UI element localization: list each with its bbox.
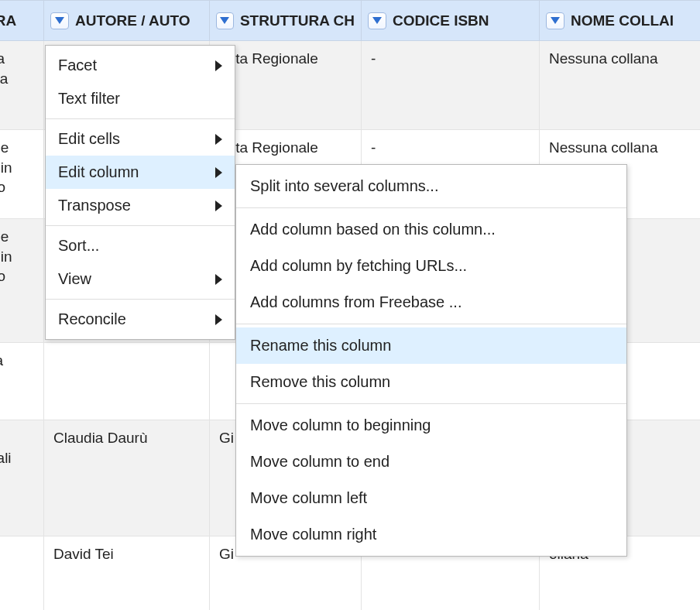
- col-header-autore: AUTORE / AUTO: [44, 1, 210, 41]
- menu-label: Move column right: [250, 526, 376, 543]
- menu-item-move-left[interactable]: Move column left: [236, 480, 626, 516]
- svg-marker-1: [220, 17, 229, 24]
- submenu-arrow-icon: [215, 167, 222, 178]
- col-header-struttura: STRUTTURA CH: [210, 1, 362, 41]
- chevron-down-icon: [55, 17, 64, 25]
- menu-label: Move column to beginning: [250, 416, 431, 434]
- submenu-arrow-icon: [215, 200, 222, 211]
- col-label: NOME COLLAI: [571, 12, 674, 29]
- menu-item-transpose[interactable]: Transpose: [46, 189, 235, 222]
- cell[interactable]: Claudia Daurù: [44, 420, 210, 536]
- cell[interactable]: Nessuna collana: [540, 41, 701, 130]
- menu-label: Move column left: [250, 489, 367, 507]
- chevron-down-icon: [372, 17, 382, 25]
- menu-label: Reconcile: [58, 310, 126, 328]
- menu-item-sort[interactable]: Sort...: [46, 229, 235, 262]
- menu-item-add-based[interactable]: Add column based on this column...: [236, 211, 626, 248]
- menu-label: Edit column: [58, 163, 139, 181]
- menu-separator: [236, 403, 626, 404]
- menu-item-add-freebase[interactable]: Add columns from Freebase ...: [236, 284, 626, 320]
- menu-item-add-fetch-url[interactable]: Add column by fetching URLs...: [236, 248, 626, 284]
- cell[interactable]: David Tei: [44, 536, 210, 611]
- chevron-down-icon: [220, 17, 229, 25]
- menu-label: Transpose: [58, 197, 131, 214]
- menu-item-edit-cells[interactable]: Edit cells: [46, 122, 235, 156]
- svg-marker-2: [372, 17, 382, 24]
- menu-separator: [46, 118, 235, 119]
- cell[interactable]: e ea inrto: [0, 219, 44, 343]
- svg-marker-3: [551, 17, 560, 24]
- menu-label: Add column based on this column...: [250, 221, 496, 238]
- menu-label: Add column by fetching URLs...: [250, 257, 467, 275]
- menu-item-facet[interactable]: Facet: [46, 49, 235, 82]
- menu-item-remove-column[interactable]: Remove this column: [236, 364, 626, 400]
- menu-item-move-end[interactable]: Move column to end: [236, 444, 626, 480]
- col-header-era: ERA: [0, 1, 44, 41]
- cell[interactable]: e ea inrto: [0, 130, 44, 219]
- edit-column-submenu: Split into several columns... Add column…: [235, 164, 627, 557]
- menu-separator: [46, 225, 235, 226]
- col-label: STRUTTURA CH: [240, 12, 355, 29]
- submenu-arrow-icon: [215, 134, 222, 145]
- col-label: ERA: [0, 12, 16, 29]
- menu-label: Remove this column: [250, 373, 390, 391]
- col-menu-button[interactable]: [50, 12, 69, 29]
- menu-label: View: [58, 270, 91, 288]
- menu-item-rename-column[interactable]: Rename this column: [236, 327, 626, 364]
- submenu-arrow-icon: [215, 274, 222, 285]
- svg-marker-0: [55, 17, 64, 24]
- col-menu-button[interactable]: [546, 12, 564, 29]
- menu-label: Facet: [58, 57, 97, 74]
- menu-item-reconcile[interactable]: Reconcile: [46, 303, 235, 336]
- menu-item-move-begin[interactable]: Move column to beginning: [236, 407, 626, 444]
- menu-item-split-columns[interactable]: Split into several columns...: [236, 168, 626, 204]
- menu-item-edit-column[interactable]: Edit column: [46, 156, 235, 189]
- col-label: AUTORE / AUTO: [75, 12, 190, 29]
- chevron-down-icon: [551, 17, 560, 25]
- cell[interactable]: nali5: [0, 420, 44, 536]
- header-row: ERA AUTORE / AUTO STRUTTURA CH: [0, 1, 700, 41]
- menu-label: Split into several columns...: [250, 177, 438, 195]
- menu-label: Edit cells: [58, 130, 120, 148]
- menu-item-view[interactable]: View: [46, 262, 235, 296]
- menu-separator: [46, 299, 235, 300]
- cell[interactable]: -: [362, 41, 540, 130]
- col-header-isbn: CODICE ISBN: [362, 1, 540, 41]
- col-menu-button[interactable]: [216, 12, 234, 29]
- menu-item-text-filter[interactable]: Text filter: [46, 82, 235, 115]
- menu-separator: [236, 207, 626, 208]
- cell[interactable]: [44, 343, 210, 420]
- menu-label: Text filter: [58, 90, 120, 108]
- submenu-arrow-icon: [215, 60, 222, 71]
- cell[interactable]: \: [0, 536, 44, 611]
- menu-label: Rename this column: [250, 337, 391, 355]
- menu-item-move-right[interactable]: Move column right: [236, 516, 626, 553]
- col-header-collana: NOME COLLAI: [540, 1, 701, 41]
- menu-label: Move column to end: [250, 453, 389, 471]
- column-menu: Facet Text filter Edit cells Edit column…: [45, 45, 235, 340]
- menu-label: Sort...: [58, 237, 99, 255]
- col-menu-button[interactable]: [368, 12, 386, 29]
- submenu-arrow-icon: [215, 314, 222, 325]
- col-label: CODICE ISBN: [393, 12, 489, 29]
- cell[interactable]: lla: [0, 343, 44, 420]
- menu-separator: [236, 324, 626, 324]
- menu-label: Add columns from Freebase ...: [250, 293, 462, 311]
- cell[interactable]: napla: [0, 41, 44, 130]
